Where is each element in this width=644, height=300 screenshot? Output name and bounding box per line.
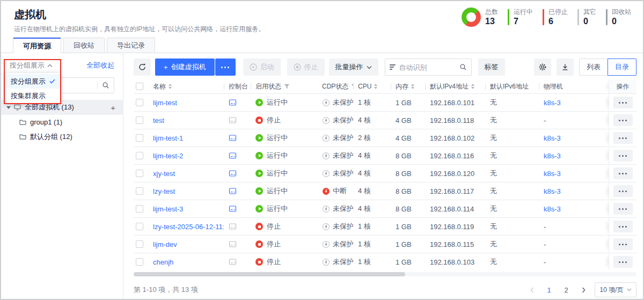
dropdown-option-by-cluster[interactable]: 按集群展示 <box>5 89 61 103</box>
ipv6-cell: 无 <box>485 115 539 125</box>
expand-caret-icon[interactable] <box>6 106 11 109</box>
row-actions-button[interactable] <box>613 114 633 126</box>
console-icon[interactable] <box>229 240 237 248</box>
console-icon[interactable] <box>229 205 237 213</box>
view-catalog-button[interactable]: 目录 <box>608 58 636 76</box>
tab-recycle-bin[interactable]: 回收站 <box>63 38 105 53</box>
row-actions-button[interactable] <box>613 185 633 197</box>
console-icon[interactable] <box>229 99 237 106</box>
tab-export-records[interactable]: 导出记录 <box>107 38 155 53</box>
column-settings-button[interactable] <box>534 58 551 76</box>
console-icon[interactable] <box>229 258 237 266</box>
host-link[interactable]: k8s-3 <box>544 134 561 142</box>
row-actions-button[interactable] <box>613 150 633 162</box>
row-checkbox[interactable] <box>136 258 143 266</box>
status-label: 停止 <box>267 115 281 125</box>
tree-item-group1[interactable]: group1 (1) <box>1 115 123 129</box>
row-checkbox[interactable] <box>136 223 143 230</box>
sort-icon[interactable] <box>411 84 414 89</box>
row-actions-button[interactable] <box>613 221 633 232</box>
row-actions-button[interactable] <box>613 97 633 108</box>
vm-name-link[interactable]: lijm-test-2 <box>153 152 183 160</box>
row-checkbox[interactable] <box>136 240 143 248</box>
ipv6-cell: 无 <box>485 239 539 249</box>
status-cell: 运行中 <box>251 169 318 178</box>
row-actions-button[interactable] <box>613 238 633 250</box>
column-header-cpu[interactable]: CPU <box>353 83 391 90</box>
vm-search-input[interactable] <box>399 63 456 71</box>
row-checkbox[interactable] <box>136 99 143 106</box>
vm-name-link[interactable]: lzy-test <box>153 187 175 195</box>
horizontal-scrollbar[interactable] <box>134 272 636 276</box>
host-link[interactable]: k8s-3 <box>544 205 561 213</box>
row-actions-button[interactable] <box>613 256 633 268</box>
display-mode-dropdown-trigger[interactable]: 按分组展示 <box>10 61 53 70</box>
row-checkbox[interactable] <box>136 134 143 142</box>
next-page-button[interactable] <box>577 283 589 296</box>
page-1-button[interactable]: 1 <box>543 283 555 296</box>
export-download-button[interactable] <box>557 58 574 76</box>
host-link[interactable]: k8s-3 <box>544 170 561 178</box>
collapse-all-link[interactable]: 全部收起 <box>86 61 114 70</box>
prev-page-button[interactable] <box>526 283 538 296</box>
host-link[interactable]: k8s-3 <box>544 187 561 195</box>
page-2-button[interactable]: 2 <box>560 283 572 296</box>
sort-icon[interactable] <box>169 84 172 89</box>
console-icon[interactable] <box>229 152 237 159</box>
sort-icon[interactable] <box>374 84 377 89</box>
tag-button[interactable]: 标签 <box>478 58 505 76</box>
dropdown-option-by-group[interactable]: 按分组展示 <box>5 74 61 89</box>
start-vm-button[interactable]: 启动 <box>243 58 281 76</box>
filter-funnel-icon[interactable] <box>284 84 290 89</box>
row-actions-button[interactable] <box>613 132 633 144</box>
row-checkbox[interactable] <box>136 187 143 195</box>
host-link[interactable]: k8s-3 <box>544 152 561 160</box>
cdp-shield-icon <box>323 99 330 106</box>
stat-total: 总数 13 <box>462 8 498 27</box>
cdp-label: 未保护 <box>333 257 353 267</box>
add-group-button[interactable]: + <box>111 104 115 112</box>
row-actions-button[interactable] <box>613 203 633 215</box>
create-vm-button[interactable]: + 创建虚拟机 <box>155 58 215 76</box>
console-icon[interactable] <box>229 223 237 230</box>
console-icon[interactable] <box>229 134 237 142</box>
ipv4-cell: 192.168.0.102 <box>425 134 485 142</box>
column-header-name[interactable]: 名称 <box>153 82 224 91</box>
batch-operations-button[interactable]: 批量操作 <box>329 58 378 76</box>
vm-name-link[interactable]: lijm-test-3 <box>153 205 183 213</box>
scrollbar-thumb[interactable] <box>134 272 405 276</box>
page-size-select[interactable]: 10 项/页 <box>595 282 636 297</box>
vm-name-link[interactable]: chenjh <box>153 258 173 266</box>
create-more-button[interactable] <box>215 58 236 76</box>
console-icon[interactable] <box>229 116 237 124</box>
cdp-label: 未保护 <box>333 133 353 143</box>
tree-item-default-group[interactable]: 默认分组 (12) <box>1 129 123 144</box>
row-checkbox[interactable] <box>136 205 143 213</box>
row-actions-button[interactable] <box>613 167 633 179</box>
row-checkbox[interactable] <box>136 152 143 159</box>
vm-name-link[interactable]: lijm-test-1 <box>153 134 183 142</box>
tab-available-resources[interactable]: 可用资源 <box>13 38 61 53</box>
view-list-button[interactable]: 列表 <box>579 58 608 76</box>
host-link[interactable]: k8s-3 <box>544 99 561 107</box>
vm-name-link[interactable]: lzy-test-2025-06-12-11:29:00 <box>153 223 224 231</box>
column-header-ipv4[interactable]: 默认IPv4地址 <box>425 82 485 91</box>
column-header-status[interactable]: 启用状态 <box>251 82 318 91</box>
console-icon[interactable] <box>229 170 237 177</box>
column-header-memory[interactable]: 内存 <box>391 82 425 91</box>
row-checkbox[interactable] <box>136 170 143 177</box>
vm-name-link[interactable]: lijm-test <box>153 99 177 107</box>
sort-icon[interactable] <box>471 84 474 89</box>
magnifier-icon[interactable] <box>102 82 109 89</box>
cdp-cell: 未保护 <box>318 222 353 231</box>
console-icon[interactable] <box>229 187 237 195</box>
vm-name-link[interactable]: xjy-test <box>153 170 175 178</box>
vm-name-link[interactable]: test <box>153 116 164 125</box>
refresh-button[interactable] <box>134 58 151 76</box>
vm-name-link[interactable]: lijm-dev <box>153 240 177 248</box>
row-checkbox[interactable] <box>136 116 143 124</box>
stop-vm-button[interactable]: 停止 <box>287 58 325 76</box>
select-all-checkbox[interactable] <box>136 83 143 90</box>
magnifier-icon[interactable] <box>459 63 467 71</box>
column-header-cdp[interactable]: CDP状态 <box>318 82 353 91</box>
